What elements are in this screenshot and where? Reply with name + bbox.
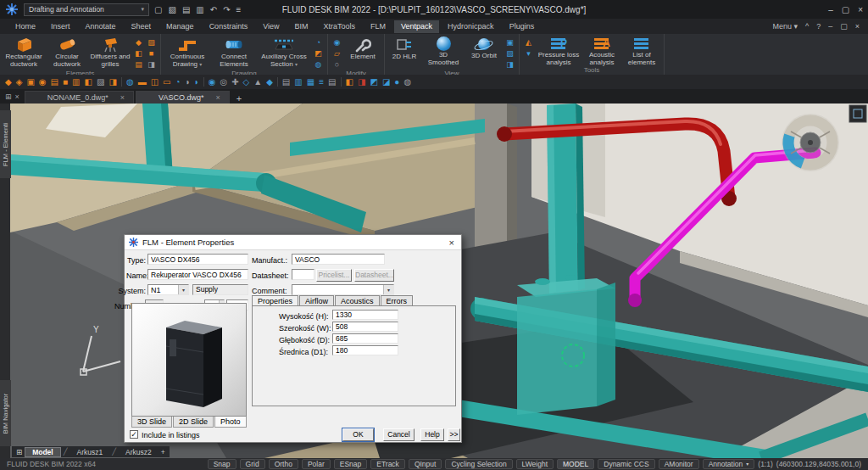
sheet-set-icon[interactable]: ⊞ [5,92,12,101]
tool-icon[interactable]: ▥ [294,75,302,89]
viewcube-widget[interactable] [849,105,866,122]
redo-icon[interactable]: ↷ [223,5,230,14]
minimize-button[interactable]: – [828,5,833,14]
undo-icon[interactable]: ↶ [210,5,217,14]
element-modify-button[interactable]: Element [345,35,381,61]
tool-icon[interactable]: ◍ [403,75,411,89]
layout-tab-model[interactable]: Model [25,447,61,457]
more-commands-icon[interactable]: ≡ [236,5,242,14]
tool-icon[interactable]: ◉ [39,75,47,89]
tool-icon[interactable]: ◩ [370,75,377,89]
ortho-toggle[interactable]: Ortho [269,459,298,469]
depth-field[interactable] [332,333,398,344]
tab-annotate[interactable]: Annotate [79,20,123,33]
rectangular-ductwork-button[interactable]: Rectangular ductwork [3,35,44,68]
fitting-icon[interactable]: ◆ [133,37,144,48]
draw-aux2-icon[interactable]: ◩ [313,48,324,59]
pressure-loss-analysis-button[interactable]: P Pressure loss analysis [537,35,581,66]
import-icon[interactable]: ▤ [182,5,190,14]
save-icon[interactable]: ▥ [196,5,203,14]
tool-icon[interactable]: ◑ [185,75,190,89]
name-field[interactable] [147,269,248,280]
navigation-wheel[interactable] [782,114,839,171]
slide-tab-photo[interactable]: Photo [214,417,247,428]
esnap-toggle[interactable]: ESnap [334,459,368,469]
cancel-button[interactable]: Cancel [383,428,415,441]
tool-icon[interactable]: ◎ [220,75,227,89]
slide-tab-3d[interactable]: 3D Slide [131,417,172,428]
auxiliary-cross-section-button[interactable]: Auxiliary Cross Section ▾ [258,35,310,68]
doc-minimize-button[interactable]: – [828,22,832,31]
etrack-toggle[interactable]: ETrack [370,459,405,469]
tab-sheet[interactable]: Sheet [125,20,159,33]
tool-icon[interactable]: ▣ [26,75,34,89]
type-field[interactable] [147,254,248,265]
cycling-selection-toggle[interactable]: Cycling Selection [445,459,512,469]
help-button[interactable]: Help [420,428,444,441]
tool-icon[interactable]: ◧ [346,75,353,89]
collapse-ribbon-icon[interactable]: ^ [805,22,809,31]
3d-orbit-button[interactable]: 3D Orbit [466,35,502,60]
tool-icon[interactable]: ✚ [231,75,238,89]
menu-button[interactable]: Menu ▾ [772,22,798,31]
acoustic-analysis-button[interactable]: A Acoustic analysis [583,35,620,66]
diameter-field[interactable] [332,345,398,355]
doc-close-button[interactable]: × [855,22,860,31]
tab-bim[interactable]: BIM [288,20,315,33]
recuperator-unit[interactable] [517,275,615,415]
tool-icon[interactable]: ▬ [138,75,147,89]
height-field[interactable] [332,310,398,320]
draw-aux1-icon[interactable]: ◔ [313,37,324,48]
tab-plugins[interactable]: Plugins [503,20,542,33]
dynamic-ccs-toggle[interactable]: Dynamic CCS [598,459,654,469]
tool-icon[interactable]: ▤ [328,75,336,89]
flexduct-icon[interactable]: ▨ [146,37,157,48]
view-cube1-icon[interactable]: ▣ [504,37,515,48]
tool-icon[interactable]: ◆ [5,75,12,89]
tool-icon[interactable]: ◇ [243,75,250,89]
doc-tab-vasco[interactable]: VASCO.dwg* × [136,91,230,104]
layout-tabs-icon[interactable]: ⊞ [16,448,22,456]
ok-button[interactable]: OK [342,428,374,441]
2d-hlr-button[interactable]: 2D HLR [388,35,420,61]
datasheet-field[interactable] [292,269,314,280]
circular-ductwork-button[interactable]: Circular ductwork [47,35,87,68]
list-of-elements-button[interactable]: List of elements [623,35,660,66]
tool-icon[interactable]: ▭ [163,75,170,89]
continuous-drawing-button[interactable]: Continuous Drawing ▾ [164,35,210,68]
tab-view[interactable]: View [256,20,286,33]
close-tab-icon[interactable]: × [215,93,220,102]
close-tab-icon[interactable]: × [120,93,125,102]
grid-toggle[interactable]: Grid [240,459,265,469]
annotation-dropdown[interactable]: Annotation ▾ [703,459,755,469]
tool-icon[interactable]: ▦ [307,75,314,89]
restore-button[interactable]: ▢ [842,5,849,14]
tab-home[interactable]: Home [8,20,42,33]
polar-toggle[interactable]: Polar [302,459,331,469]
tool-icon[interactable]: ◈ [16,75,23,89]
3d-smoothed-button[interactable]: 3D Smoothed [423,35,464,66]
tool-icon[interactable]: ◫ [151,75,159,89]
modify-aux3-icon[interactable]: ○ [331,59,342,70]
tool-icon[interactable]: ▥ [72,75,80,89]
add-layout-button[interactable]: + [161,448,165,456]
view-cube2-icon[interactable]: ▨ [504,48,515,59]
pricelist-button[interactable]: Pricelist... [316,269,352,282]
modify-aux1-icon[interactable]: ◉ [331,37,342,48]
tool-icon[interactable]: ◆ [266,75,273,89]
view-cube3-icon[interactable]: ◨ [504,59,515,70]
manufact-field[interactable] [292,254,385,265]
new-tab-button[interactable]: + [231,93,247,104]
draw-aux3-icon[interactable]: ◍ [313,59,324,70]
help-icon[interactable]: ? [816,22,821,31]
system-combo[interactable]: N1 ▾ [147,284,189,295]
datasheet-button[interactable]: Datasheet... [354,269,394,282]
tool-icon[interactable]: ● [394,75,399,89]
tab-ventpack[interactable]: Ventpack [394,20,439,33]
tool-icon[interactable]: ▤ [282,75,290,89]
layout-tab-arkusz2[interactable]: Arkusz2 [119,448,159,456]
open-file-icon[interactable]: ▧ [168,5,175,14]
tab-manage[interactable]: Manage [159,20,201,33]
tool-icon[interactable]: ◪ [382,75,390,89]
expand-button[interactable]: >> [448,428,460,441]
